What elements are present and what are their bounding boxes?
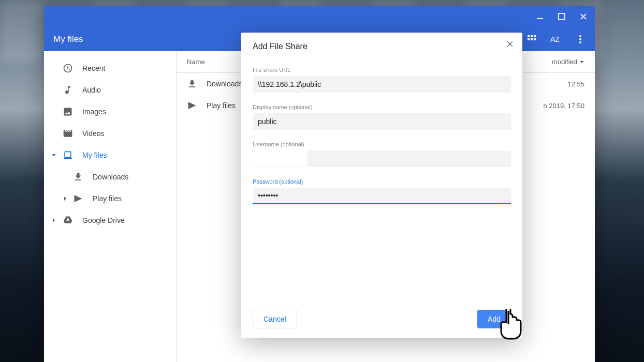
drive-icon bbox=[63, 215, 73, 225]
sort-icon[interactable]: AZ bbox=[550, 35, 562, 44]
sort-arrow-icon bbox=[579, 59, 584, 65]
sidebar-label: Play files bbox=[93, 194, 122, 203]
dialog-title: Add File Share bbox=[253, 42, 511, 51]
display-name-label: Display name (optional) bbox=[253, 104, 511, 110]
file-modified: 12:55 bbox=[567, 80, 584, 88]
svg-rect-6 bbox=[531, 38, 533, 40]
download-icon bbox=[187, 79, 199, 89]
svg-rect-3 bbox=[531, 35, 533, 37]
sidebar-item-googledrive[interactable]: Google Drive bbox=[44, 209, 176, 231]
audio-icon bbox=[63, 85, 73, 95]
sidebar: Recent Audio Images Videos My files bbox=[44, 51, 177, 362]
sidebar-item-recent[interactable]: Recent bbox=[44, 57, 176, 79]
cancel-button[interactable]: Cancel bbox=[253, 310, 297, 328]
url-label: File share URL bbox=[253, 67, 511, 73]
add-button[interactable]: Add bbox=[477, 310, 511, 328]
username-input[interactable] bbox=[253, 150, 511, 167]
laptop-icon bbox=[63, 150, 73, 160]
column-modified[interactable]: modified bbox=[552, 58, 584, 66]
grid-view-icon[interactable] bbox=[526, 34, 537, 44]
display-name-input[interactable] bbox=[253, 113, 511, 130]
svg-rect-0 bbox=[537, 18, 543, 19]
chevron-down-icon[interactable] bbox=[50, 152, 57, 159]
password-label: Password (optional) bbox=[253, 178, 511, 185]
sidebar-item-videos[interactable]: Videos bbox=[44, 123, 176, 144]
image-icon bbox=[63, 107, 73, 117]
header-actions: AZ bbox=[526, 34, 586, 44]
sidebar-label: Audio bbox=[82, 86, 101, 94]
sidebar-item-myfiles[interactable]: My files bbox=[44, 144, 176, 166]
svg-point-10 bbox=[579, 38, 581, 40]
window-maximize-button[interactable] bbox=[554, 9, 569, 24]
svg-rect-5 bbox=[528, 38, 530, 40]
more-options-icon[interactable] bbox=[575, 34, 586, 44]
sidebar-item-images[interactable]: Images bbox=[44, 101, 176, 123]
window-minimize-button[interactable] bbox=[533, 9, 547, 24]
sidebar-label: Downloads bbox=[93, 173, 128, 181]
svg-rect-7 bbox=[534, 38, 536, 40]
sidebar-label: Recent bbox=[82, 64, 105, 72]
play-icon bbox=[187, 100, 199, 111]
sidebar-item-playfiles[interactable]: Play files bbox=[44, 188, 176, 209]
window-close-button[interactable] bbox=[576, 9, 591, 24]
window-titlebar bbox=[44, 6, 595, 27]
svg-rect-2 bbox=[528, 35, 530, 37]
chevron-right-icon[interactable] bbox=[62, 195, 69, 202]
svg-text:AZ: AZ bbox=[550, 35, 560, 43]
svg-point-11 bbox=[579, 41, 581, 43]
download-icon bbox=[73, 172, 83, 182]
sidebar-label: Images bbox=[82, 108, 106, 116]
sidebar-label: Videos bbox=[82, 129, 105, 138]
dialog-close-button[interactable] bbox=[504, 38, 516, 50]
video-icon bbox=[63, 128, 73, 139]
file-share-url-input[interactable] bbox=[253, 76, 511, 93]
sidebar-label: My files bbox=[82, 151, 107, 159]
svg-rect-4 bbox=[534, 35, 536, 37]
sidebar-item-downloads[interactable]: Downloads bbox=[44, 166, 176, 188]
sidebar-item-audio[interactable]: Audio bbox=[44, 79, 176, 101]
play-icon bbox=[73, 193, 83, 204]
svg-rect-1 bbox=[559, 13, 565, 20]
clock-icon bbox=[63, 63, 73, 73]
username-label: Username (optional) bbox=[253, 141, 511, 147]
sidebar-label: Google Drive bbox=[82, 216, 125, 224]
chevron-right-icon[interactable] bbox=[50, 217, 57, 224]
dialog-footer: Cancel Add bbox=[253, 304, 511, 328]
svg-point-9 bbox=[579, 35, 581, 37]
password-input[interactable] bbox=[253, 188, 511, 204]
file-modified: n 2019, 17:50 bbox=[543, 102, 584, 110]
add-file-share-dialog: Add File Share File share URL Display na… bbox=[241, 33, 522, 338]
